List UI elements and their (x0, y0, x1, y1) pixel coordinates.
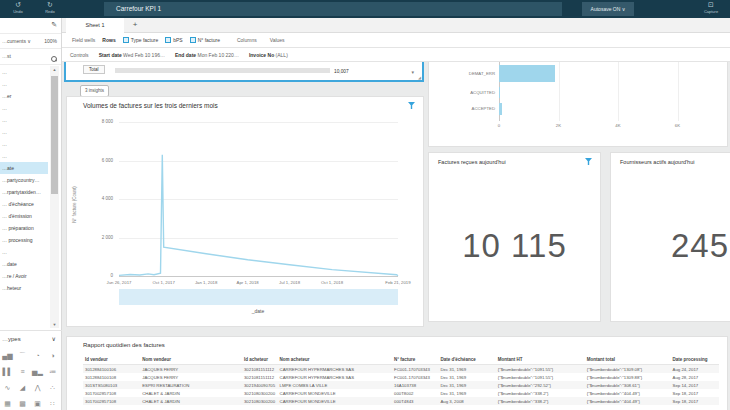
table-column-header[interactable]: Montant HT (496, 355, 585, 365)
field-list-item[interactable]: … (0, 114, 48, 126)
field-list-item[interactable]: …date (0, 258, 48, 270)
chevron-down-icon[interactable]: ▾ (411, 69, 414, 75)
auto-graph-icon[interactable]: ▄▆ (0, 348, 15, 364)
pie-chart-icon[interactable]: ◑ (45, 348, 60, 364)
scatter-plot-icon[interactable]: ∴ (45, 380, 60, 396)
table-row[interactable]: 3017002857108CHALET & JARDIN302108030020… (83, 397, 719, 405)
tab-sheet-1[interactable]: Sheet 1 (66, 18, 124, 33)
field-list-item[interactable]: … d'échéance (0, 198, 48, 210)
stacked-hbar-icon[interactable]: ≔ (45, 364, 60, 380)
invoice-no-value[interactable]: (ALL) (276, 52, 288, 58)
field-chip-label: Type facture (131, 37, 159, 43)
bar-accepted[interactable] (499, 103, 502, 115)
edit-pencil-icon[interactable]: ✎ (51, 21, 57, 29)
field-list-item[interactable]: … préparation (0, 222, 48, 234)
visual-types-header[interactable]: …ypes ∨ (0, 333, 60, 345)
end-date-control[interactable]: End date Mon Feb 10 220… (175, 52, 239, 58)
visual-types-grid: ▄▆⌒◔◑▌▌≡▅▂≔∿◢⋀∴▦▩▣∷ (0, 348, 60, 410)
field-list-item[interactable]: … d'émission (0, 210, 48, 222)
bar-acquitted[interactable] (499, 87, 500, 98)
table-cell: FC001-170703343 (392, 365, 438, 374)
status-bar-chart-visual[interactable]: 02K4K6KDEMAT_ERRACQUITTEDACCEPTED (428, 62, 728, 147)
field-chip[interactable]: bPS (165, 37, 182, 43)
add-sheet-button[interactable]: + (128, 18, 142, 33)
heatmap-icon[interactable]: ▣ (30, 396, 45, 410)
undo-button[interactable]: ↺ Undo (6, 1, 30, 14)
table-cell: 3021940090705 (242, 381, 278, 389)
factures-recues-kpi-visual[interactable]: Factures reçues aujourd'hui 10 115 (428, 152, 601, 322)
start-date-value[interactable]: Wed Feb 10 196… (123, 52, 165, 58)
table-row[interactable]: 3012884100108JACQUES FERRY3021081151112C… (83, 373, 719, 381)
field-list-item[interactable]: … (0, 66, 48, 78)
dataset-selector-row: …cuments ∨ 100% (0, 34, 61, 49)
field-list-item[interactable]: …heteur (0, 282, 48, 294)
table-column-header[interactable]: Date processing (671, 355, 719, 365)
volume-line-series[interactable] (119, 155, 398, 276)
table-column-header[interactable]: Nom vendeur (140, 355, 242, 365)
start-date-control[interactable]: Start date Wed Feb 10 196… (99, 52, 165, 58)
table-icon[interactable]: ▦ (0, 396, 15, 410)
field-list-item[interactable]: …er (0, 90, 48, 102)
pivot-table-icon[interactable]: ▩ (15, 396, 30, 410)
scroll-down-icon[interactable]: ▼ (50, 322, 59, 327)
field-chip[interactable]: Type facture (123, 37, 159, 43)
share-button[interactable]: ⊡ Sh (724, 1, 730, 14)
table-column-header[interactable]: Date d'échéance (438, 355, 495, 365)
invoice-no-control[interactable]: Invoice No (ALL) (249, 52, 288, 58)
end-date-value[interactable]: Mon Feb 10 220… (197, 52, 238, 58)
combo-chart-icon[interactable]: ⋀ (30, 380, 45, 396)
resize-handle-icon[interactable]: ◢ (418, 76, 421, 80)
table-row[interactable]: 3017002857108CHALET & JARDIN302108030020… (83, 389, 719, 397)
autosave-toggle[interactable]: Autosave ON ∨ (582, 2, 634, 16)
filter-funnel-icon[interactable] (585, 158, 592, 165)
field-list-item[interactable]: … (0, 102, 48, 114)
daily-report-table-visual[interactable]: Rapport quotidien des factures Id vendeu… (66, 336, 728, 410)
field-list-item[interactable]: …re / Avoir (0, 270, 48, 282)
vertical-bar-icon[interactable]: ▌▌ (0, 364, 15, 380)
scroll-up-icon[interactable]: ▲ (50, 67, 59, 72)
table-row[interactable]: 301STS5080103ESPRI RESTAURATION302194009… (83, 381, 719, 389)
field-list-item[interactable]: … (0, 126, 48, 138)
rows-well-label[interactable]: Rows (102, 37, 115, 43)
area-chart-icon[interactable]: ◢ (15, 380, 30, 396)
date-range-brush[interactable] (119, 289, 398, 305)
table-column-header[interactable]: Montant total (585, 355, 671, 365)
horizontal-bar-icon[interactable]: ≡ (15, 364, 30, 380)
arc-chart-icon[interactable]: ⌒ (15, 348, 30, 364)
table-column-header[interactable]: Id vendeur (83, 355, 140, 365)
redo-button[interactable]: ↻ Redo (38, 1, 62, 14)
table-column-header[interactable]: N° facture (392, 355, 438, 365)
field-list-scrollbar[interactable]: ▲ ▼ (50, 66, 59, 328)
field-list-item[interactable]: … processing (0, 234, 48, 246)
field-list-item[interactable]: … (0, 150, 48, 162)
points-icon[interactable]: ∷ (45, 396, 60, 410)
stacked-bar-icon[interactable]: ▅▂ (30, 364, 45, 380)
line-chart-icon[interactable]: ∿ (0, 380, 15, 396)
field-list-item[interactable]: …rpartytaxiden… (0, 186, 48, 198)
scrollbar-thumb[interactable] (51, 76, 58, 194)
table-column-header[interactable]: Id acheteur (242, 355, 278, 365)
values-well-label[interactable]: Values (270, 37, 285, 43)
table-column-header[interactable]: Nom acheteur (278, 355, 392, 365)
field-list-item[interactable]: …ate (0, 162, 48, 174)
capture-button[interactable]: ⊡ Capture (698, 1, 724, 14)
donut-chart-icon[interactable]: ◔ (30, 348, 45, 364)
table-cell: 3021081151112 (242, 373, 278, 381)
x-tick-label: 6K (670, 123, 686, 128)
field-type-icon (190, 37, 196, 43)
field-list-item[interactable]: … (0, 138, 48, 150)
volumes-line-chart-visual[interactable]: Volumes de factures sur les trois dernie… (66, 96, 424, 327)
dataset-dropdown[interactable]: …cuments ∨ (0, 38, 31, 44)
field-list-item[interactable]: …partycountry… (0, 174, 48, 186)
columns-well-label[interactable]: Columns (237, 37, 257, 43)
fournisseurs-actifs-kpi-visual[interactable]: Fournisseurs actifs aujourd'hui 245 (610, 152, 730, 322)
kpi2-title: Fournisseurs actifs aujourd'hui (620, 159, 694, 165)
bar-demat_err[interactable] (499, 65, 555, 82)
field-chip[interactable]: N° facture (190, 37, 220, 43)
table-row[interactable]: 3012884100106JACQUES FERRY3021081151112C… (83, 365, 719, 374)
table-cell: {"$numberdouble":"404.49"} (585, 389, 671, 397)
field-chip-label: bPS (173, 37, 182, 43)
field-list-item[interactable]: … (0, 246, 48, 258)
field-list-item[interactable]: … (0, 78, 48, 90)
total-table-visual[interactable]: Total 10,007 ▾ ◢ (64, 62, 424, 82)
